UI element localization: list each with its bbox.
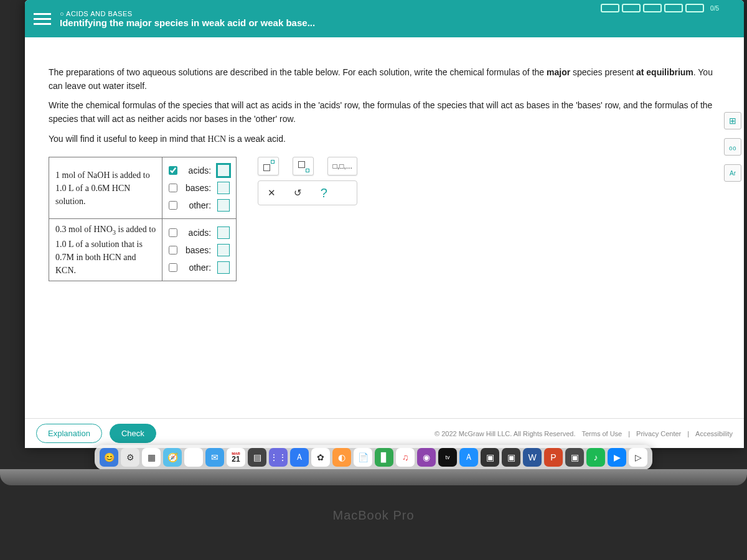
notes-icon[interactable]: ▤ [248,448,266,467]
text: 1.0 L of a 0.6M HCN [55,184,130,193]
menu-icon[interactable] [34,10,51,27]
answer-cell: acids: bases: other: [162,157,237,219]
bases-input[interactable] [217,244,230,256]
check-button[interactable]: Check [110,424,156,443]
explanation-button[interactable]: Explanation [36,424,102,443]
other-label: other: [184,200,211,210]
t: 0.3 mol of HNO [55,225,113,234]
sep: | [628,430,630,437]
numbers-icon[interactable]: ▊ [375,448,393,467]
text: 1 mol of NaOH is added to [55,170,150,180]
other-input[interactable] [217,199,230,212]
photos-icon[interactable]: ✿ [311,448,330,467]
app-icon[interactable]: ▷ [629,448,647,467]
right-toolbar: ⊞ ₀₀ Ar [724,112,741,182]
footer-bar: Explanation Check © 2022 McGraw Hill LLC… [25,418,744,448]
text-bold: at equilibrium [636,67,693,77]
instructions: The preparations of two aqueous solution… [49,66,726,146]
reset-button[interactable]: ↺ [288,184,307,202]
terms-link[interactable]: Terms of Use [581,430,622,437]
acids-row: acids: [169,162,230,179]
text: KCN. [55,266,76,275]
acids-checkbox[interactable] [169,166,177,175]
topbar: ACIDS AND BASES Identifying the major sp… [25,0,744,37]
bases-checkbox[interactable] [169,184,177,192]
accessibility-link[interactable]: Accessibility [695,430,733,437]
copyright: © 2022 McGraw Hill LLC. All Rights Reser… [435,430,575,437]
tv-icon[interactable]: tv [438,448,457,467]
progress-indicator: 0/5 [601,4,719,12]
graph-icon[interactable]: ₀₀ [724,138,741,156]
progress-box [601,4,619,12]
terminal-icon[interactable]: ▣ [481,448,499,467]
device-label: MacBook Pro [332,508,414,523]
acids-label: acids: [184,166,211,175]
podcast-icon[interactable]: ◉ [417,448,436,467]
text: solution. [55,197,86,206]
app-icon[interactable]: ▣ [502,448,520,467]
solutions-table: 1 mol of NaOH is added to 1.0 L of a 0.6… [49,157,237,281]
safari-icon[interactable]: 🧭 [163,448,182,467]
periodic-table-icon[interactable]: Ar [724,164,741,182]
bases-label: bases: [184,183,211,193]
acids-input[interactable] [217,226,230,239]
text-bold: major [547,67,570,77]
finder-icon[interactable]: 😊 [100,448,118,467]
other-checkbox[interactable] [169,201,177,210]
subscript-button[interactable] [293,157,314,175]
launchpad-icon[interactable]: ▦ [142,448,161,467]
other-label: other: [184,263,211,273]
cal-day: 21 [232,455,240,463]
pages-icon[interactable]: 📄 [354,448,372,467]
tool-row-format: □,□,... [258,157,357,175]
bases-row: bases: [169,180,230,196]
text: You will find it useful to keep in mind … [49,134,208,144]
calendar-icon[interactable]: MAR 21 [227,448,245,467]
topic-title: Identifying the major species in weak ac… [60,17,315,28]
app-icon[interactable]: ▣ [565,448,584,467]
text: The preparations of two aqueous solution… [49,67,547,77]
acids-checkbox[interactable] [169,228,177,237]
solution-description: 1 mol of NaOH is added to 1.0 L of a 0.6… [49,157,162,219]
store-icon[interactable]: Ａ [459,448,478,467]
superscript-button[interactable] [258,157,279,175]
acids-input[interactable] [217,164,230,177]
bases-checkbox[interactable] [169,246,177,254]
browser-icon[interactable]: ◐ [332,448,351,467]
answer-cell: acids: bases: other: [162,219,237,281]
instruction-p2: Write the chemical formulas of the speci… [49,99,726,126]
table-row: 0.3 mol of HNO3 is added to 1.0 L of a s… [49,219,237,281]
apps-icon[interactable]: ⋮⋮ [269,448,288,467]
music-icon[interactable]: ♫ [396,448,415,467]
settings-icon[interactable]: ⚙ [121,448,139,467]
privacy-link[interactable]: Privacy Center [636,430,681,437]
text: is a weak acid. [226,134,286,144]
sep: | [687,430,689,437]
bases-row: bases: [169,242,230,258]
appstore-icon[interactable]: Ａ [290,448,309,467]
app-window: 99 1300 1301 ACIDS AND BASES Identifying… [25,0,744,448]
calculator-icon[interactable]: ⊞ [724,112,741,129]
work-area: 1 mol of NaOH is added to 1.0 L of a 0.6… [49,157,726,281]
mail-icon[interactable]: ✉ [205,448,224,467]
bases-input[interactable] [217,182,230,194]
chrome-icon[interactable]: ◉ [184,448,203,467]
bases-label: bases: [184,245,211,255]
word-icon[interactable]: W [523,448,542,467]
footer-legal: © 2022 McGraw Hill LLC. All Rights Reser… [435,430,733,437]
footer-buttons: Explanation Check [36,424,156,443]
facetime-icon[interactable]: ▶ [608,448,626,467]
instruction-p1: The preparations of two aqueous solution… [49,66,726,93]
text: species present [570,67,636,77]
spotify-icon[interactable]: ♪ [586,448,605,467]
text: 0.7M in both HCN and [55,253,136,262]
clear-button[interactable]: ✕ [262,184,281,202]
other-checkbox[interactable] [169,263,177,272]
other-row: other: [169,197,230,213]
powerpoint-icon[interactable]: P [544,448,563,467]
help-button[interactable]: ? [314,184,333,202]
other-input[interactable] [217,261,230,274]
list-button[interactable]: □,□,... [327,157,357,175]
topbar-title-block: ACIDS AND BASES Identifying the major sp… [60,10,315,28]
progress-box [643,4,662,12]
